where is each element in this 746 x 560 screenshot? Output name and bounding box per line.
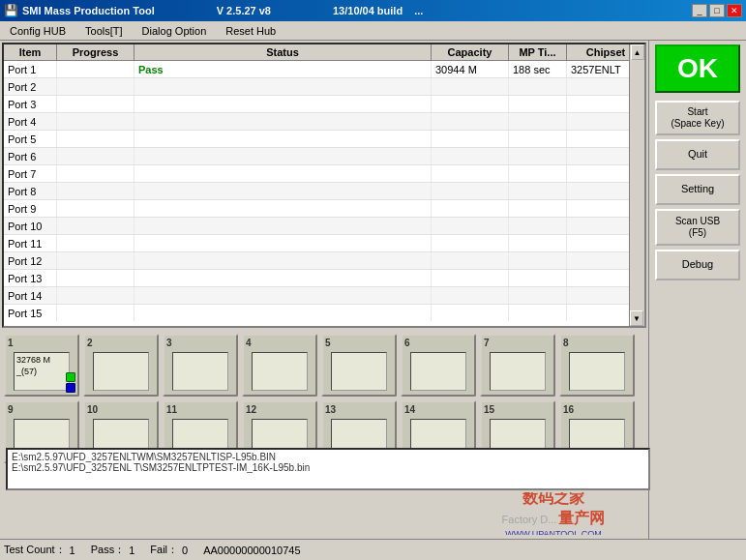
cell-progress [57,252,134,269]
setting-button[interactable]: Setting [655,174,740,205]
tile-number: 10 [87,404,98,415]
table-row: Port 3 [4,96,644,113]
cell-capacity [432,148,509,164]
cell-mp-time [509,235,567,251]
watermark-line1: 数码之家 [502,492,606,509]
title-bar-controls[interactable]: _ □ ✕ [692,4,742,17]
port-tile: 4 [242,334,317,397]
menu-reset-hub[interactable]: Reset Hub [220,23,282,39]
tile-inner [490,352,546,391]
tile-inner: 32768 M_(57) [14,352,70,391]
cell-status [134,200,432,217]
table-row: Port 11 [4,235,644,252]
tile-number: 2 [87,338,93,348]
cell-status [134,235,432,251]
cell-status [134,165,432,182]
tile-number: 4 [246,338,252,348]
tile-number: 3 [166,338,172,348]
cell-item: Port 4 [4,113,57,130]
cell-status [134,252,432,269]
cell-capacity [432,131,509,147]
app-icon: 💾 [4,4,18,17]
watermark-area: 数码之家 Factory D... 量产网 WWW.UPANTOOL.COM [462,492,645,535]
tile-number: 15 [484,404,494,415]
close-button[interactable]: ✕ [727,4,742,17]
col-capacity: Capacity [432,44,509,60]
cell-mp-time [509,183,567,199]
cell-capacity [432,96,509,112]
port-tile: 7 [480,334,555,397]
tile-inner [569,352,625,391]
title-bar: 💾 SMI Mass Production Tool V 2.5.27 v8 1… [0,0,746,21]
cell-capacity [432,218,509,234]
menu-tools[interactable]: Tools[T] [79,23,129,39]
cell-mp-time [509,131,567,147]
tile-number: 12 [246,404,256,415]
cell-item: Port 15 [4,305,57,321]
col-item: Item [4,44,57,60]
cell-progress [57,96,134,112]
start-button[interactable]: Start (Space Key) [655,101,740,135]
table-row: Port 8 [4,183,644,200]
tile-inner [410,352,466,391]
table-area: Item Progress Status Capacity MP Ti... C… [2,43,646,328]
cell-progress [57,287,134,304]
cell-status [134,287,432,304]
scroll-down-button[interactable]: ▼ [630,310,643,326]
cell-status [134,78,432,95]
cell-mp-time [509,270,567,286]
cell-mp-time: 188 sec [509,61,567,77]
col-mp-time: MP Ti... [509,44,567,60]
menu-config-hub[interactable]: Config HUB [4,23,72,39]
cell-mp-time [509,96,567,112]
cell-progress [57,270,134,286]
cell-progress [57,218,134,234]
cell-capacity [432,165,509,182]
app-build: 13/10/04 build [333,5,403,16]
table-row: Port 14 [4,287,644,305]
cell-status [134,131,432,147]
tile-inner [93,352,149,391]
cell-status [134,113,432,130]
tile-number: 13 [325,404,336,415]
minimize-button[interactable]: _ [692,4,707,17]
cell-status [134,148,432,164]
cell-status [134,218,432,234]
cell-mp-time [509,148,567,164]
cell-progress [57,113,134,130]
menu-dialog-option[interactable]: Dialog Option [136,23,213,39]
pass-item: Pass： 1 [91,543,135,557]
table-row: Port 1 Pass 30944 M 188 sec 3257ENLT [4,61,644,78]
factory-label: Factory D... [502,514,557,525]
tile-number: 6 [404,338,410,348]
watermark-url: WWW.UPANTOOL.COM [502,529,606,535]
log-line: E:\sm2.5.97\UFD_3257ENLTWM\SM3257ENLTISP… [12,452,644,462]
maximize-button[interactable]: □ [709,4,725,17]
fail-item: Fail： 0 [150,543,188,557]
table-row: Port 15 [4,305,644,321]
cell-status [134,183,432,199]
scan-usb-button[interactable]: Scan USB (F5) [655,209,740,246]
app-title: SMI Mass Production Tool [22,5,155,16]
tile-number: 9 [8,404,14,415]
cell-capacity [432,200,509,217]
tile-inner [172,352,228,391]
test-count-item: Test Count： 1 [4,543,75,557]
debug-button[interactable]: Debug [655,250,740,280]
table-row: Port 2 [4,78,644,96]
table-scrollbar[interactable]: ▲ ▼ [629,44,644,326]
table-row: Port 5 [4,131,644,148]
left-panel: Item Progress Status Capacity MP Ti... C… [0,41,649,539]
watermark: 数码之家 Factory D... 量产网 WWW.UPANTOOL.COM [502,492,606,535]
aa-item: AA00000000010745 [203,545,300,556]
ok-button[interactable]: OK [655,44,740,93]
cell-progress [57,61,134,77]
cell-item: Port 14 [4,287,57,304]
cell-status [134,270,432,286]
quit-button[interactable]: Quit [655,139,740,170]
watermark-line2: 量产网 [558,509,605,529]
scroll-up-button[interactable]: ▲ [631,44,644,60]
cell-capacity: 30944 M [432,61,509,77]
tile-number: 1 [8,338,14,348]
table-row: Port 10 [4,218,644,235]
